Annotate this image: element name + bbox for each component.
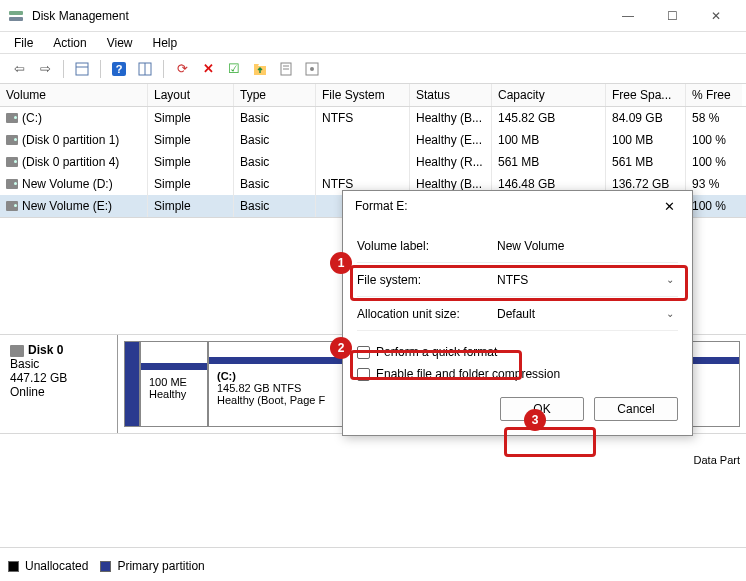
drive-icon — [6, 157, 18, 167]
partition-status: Healthy — [149, 388, 199, 400]
bottom-divider — [0, 547, 746, 555]
refresh-icon[interactable]: ⟳ — [171, 58, 193, 80]
col-volume[interactable]: Volume — [0, 84, 148, 106]
file-system-select[interactable]: NTFS⌄ — [497, 273, 678, 287]
partition-fragment: Data Part — [694, 454, 740, 466]
callout-1: 1 — [330, 252, 352, 274]
disk-status: Online — [10, 385, 107, 399]
disk-label: Disk 0 — [28, 343, 63, 357]
help-icon[interactable]: ? — [108, 58, 130, 80]
disk-info[interactable]: Disk 0 Basic 447.12 GB Online — [0, 335, 118, 433]
legend-swatch-primary — [100, 561, 111, 572]
panel-icon[interactable] — [134, 58, 156, 80]
delete-icon[interactable]: ✕ — [197, 58, 219, 80]
legend-unallocated: Unallocated — [25, 559, 88, 573]
quick-format-label: Perform a quick format — [376, 345, 497, 359]
col-pct[interactable]: % Free — [686, 84, 742, 106]
quick-format-checkbox[interactable] — [357, 346, 370, 359]
titlebar: Disk Management — ☐ ✕ — [0, 0, 746, 32]
disk-icon — [10, 345, 24, 357]
col-fs[interactable]: File System — [316, 84, 410, 106]
format-dialog: Format E: ✕ Volume label: New Volume Fil… — [342, 190, 693, 436]
drive-icon — [6, 113, 18, 123]
partition-block[interactable]: 100 ME Healthy — [140, 341, 208, 427]
callout-2: 2 — [330, 337, 352, 359]
volume-label-input[interactable]: New Volume — [497, 239, 678, 253]
compression-row: Enable file and folder compression — [357, 363, 678, 385]
menu-help[interactable]: Help — [143, 34, 188, 52]
view-icon[interactable] — [71, 58, 93, 80]
minimize-button[interactable]: — — [606, 2, 650, 30]
svg-rect-1 — [9, 17, 23, 21]
app-icon — [8, 8, 24, 24]
svg-rect-2 — [76, 63, 88, 75]
close-button[interactable]: ✕ — [694, 2, 738, 30]
callout-3: 3 — [524, 409, 546, 431]
volume-row[interactable]: (Disk 0 partition 4)SimpleBasicHealthy (… — [0, 151, 746, 173]
disk-type: Basic — [10, 357, 107, 371]
row-file-system: File system: NTFS⌄ — [357, 263, 678, 297]
menu-view[interactable]: View — [97, 34, 143, 52]
dialog-close-icon[interactable]: ✕ — [654, 192, 684, 220]
chevron-down-icon: ⌄ — [666, 274, 674, 285]
volume-row[interactable]: (Disk 0 partition 1)SimpleBasicHealthy (… — [0, 129, 746, 151]
check-icon[interactable]: ☑ — [223, 58, 245, 80]
col-capacity[interactable]: Capacity — [492, 84, 606, 106]
compression-checkbox[interactable] — [357, 368, 370, 381]
dialog-title: Format E: — [351, 199, 654, 213]
legend-swatch-unallocated — [8, 561, 19, 572]
toolbar: ⇦ ⇨ ? ⟳ ✕ ☑ — [0, 54, 746, 84]
chevron-down-icon: ⌄ — [666, 308, 674, 319]
back-icon[interactable]: ⇦ — [8, 58, 30, 80]
volume-label-label: Volume label: — [357, 239, 497, 253]
col-free[interactable]: Free Spa... — [606, 84, 686, 106]
row-allocation: Allocation unit size: Default⌄ — [357, 297, 678, 331]
menu-action[interactable]: Action — [43, 34, 96, 52]
drive-icon — [6, 179, 18, 189]
volume-list-header: Volume Layout Type File System Status Ca… — [0, 84, 746, 107]
quick-format-row: Perform a quick format — [357, 341, 678, 363]
row-volume-label: Volume label: New Volume — [357, 229, 678, 263]
drive-icon — [6, 201, 18, 211]
svg-rect-0 — [9, 11, 23, 15]
svg-text:?: ? — [116, 63, 123, 75]
dialog-titlebar: Format E: ✕ — [343, 191, 692, 221]
compression-label: Enable file and folder compression — [376, 367, 560, 381]
legend-primary: Primary partition — [117, 559, 204, 573]
menubar: File Action View Help — [0, 32, 746, 54]
folder-up-icon[interactable] — [249, 58, 271, 80]
allocation-select[interactable]: Default⌄ — [497, 307, 678, 321]
disk-size: 447.12 GB — [10, 371, 107, 385]
drive-icon — [6, 135, 18, 145]
menu-file[interactable]: File — [4, 34, 43, 52]
forward-icon[interactable]: ⇨ — [34, 58, 56, 80]
partition-sys[interactable] — [124, 341, 140, 427]
settings-icon[interactable] — [301, 58, 323, 80]
cancel-button[interactable]: Cancel — [594, 397, 678, 421]
maximize-button[interactable]: ☐ — [650, 2, 694, 30]
properties-icon[interactable] — [275, 58, 297, 80]
window-title: Disk Management — [32, 9, 606, 23]
svg-point-13 — [310, 67, 314, 71]
file-system-label: File system: — [357, 273, 497, 287]
partition-size: 100 ME — [149, 376, 199, 388]
col-status[interactable]: Status — [410, 84, 492, 106]
legend: Unallocated Primary partition — [8, 559, 205, 573]
col-type[interactable]: Type — [234, 84, 316, 106]
allocation-label: Allocation unit size: — [357, 307, 497, 321]
volume-row[interactable]: (C:)SimpleBasicNTFSHealthy (B...145.82 G… — [0, 107, 746, 129]
col-layout[interactable]: Layout — [148, 84, 234, 106]
